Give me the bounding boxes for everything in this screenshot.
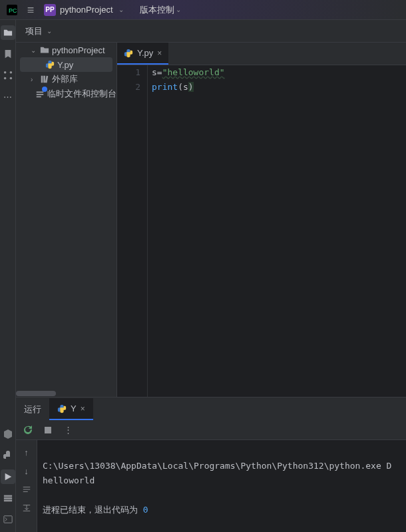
tree-root[interactable]: ⌄ pythonProject [16, 43, 116, 57]
terminal-tool-button[interactable] [1, 512, 15, 527]
gutter-line-num: 1 [117, 65, 140, 80]
svg-rect-14 [37, 94, 44, 95]
tree-file-selected[interactable]: Y.py [20, 57, 112, 72]
project-tree[interactable]: ⌄ pythonProject Y.py › 外部库 [16, 43, 117, 397]
python-packages-button[interactable] [1, 427, 15, 441]
editor-tab-strip: Y.py × [117, 43, 406, 65]
project-label: 项目 [25, 25, 43, 37]
python-file-icon [124, 49, 133, 58]
tree-external-libs[interactable]: › 外部库 [16, 72, 116, 87]
project-badge: PP [44, 4, 56, 16]
tree-root-label: pythonProject [52, 45, 105, 55]
scroll-to-end-button[interactable] [20, 501, 33, 515]
svg-rect-15 [37, 97, 41, 98]
console-exit-line: 进程已结束，退出代码为 0 [43, 505, 148, 515]
more-actions-button[interactable]: ⋮ [61, 423, 75, 437]
close-icon[interactable]: × [81, 404, 85, 413]
run-tool-button[interactable] [1, 469, 15, 484]
chevron-down-icon: ⌄ [176, 6, 181, 13]
scratches-icon [35, 89, 45, 99]
tree-external-libs-label: 外部库 [52, 73, 78, 85]
run-side-toolbar: ↑ ↓ [16, 440, 37, 532]
run-tab-strip: 运行 Y × [16, 398, 406, 420]
console-line: C:\Users\13038\AppData\Local\Programs\Py… [43, 461, 391, 471]
more-tool-button[interactable]: ⋯ [1, 89, 15, 104]
structure-tool-button[interactable] [1, 68, 15, 83]
python-file-icon [57, 404, 67, 413]
pycharm-logo-icon[interactable]: PC [3, 1, 21, 19]
project-toolwindow-title[interactable]: 项目 ⌄ [16, 25, 52, 37]
dots-icon: ⋯ [3, 92, 12, 102]
editor-pane: Y.py × 1 2 s="helloworld" print(s) [117, 43, 406, 397]
run-console[interactable]: C:\Users\13038\AppData\Local\Programs\Py… [37, 440, 406, 532]
run-config-label: Y [71, 403, 77, 413]
svg-point-3 [3, 77, 6, 80]
scroll-down-button[interactable]: ↓ [20, 464, 33, 477]
svg-rect-9 [3, 516, 11, 523]
vcs-menu[interactable]: 版本控制 ⌄ [140, 4, 181, 16]
titlebar: PC PP pythonProject ⌄ 版本控制 ⌄ [0, 0, 406, 20]
python-console-button[interactable] [1, 448, 15, 463]
svg-rect-7 [3, 497, 11, 499]
svg-point-2 [3, 71, 6, 74]
gutter-line-num: 2 [117, 80, 140, 95]
tree-scratches-label: 临时文件和控制台 [47, 88, 116, 100]
stop-button[interactable] [41, 423, 55, 437]
vertical-dots-icon: ⋮ [64, 425, 73, 435]
svg-rect-8 [3, 500, 11, 502]
bookmarks-tool-button[interactable] [1, 47, 15, 61]
chevron-down-icon: ⌄ [31, 47, 37, 54]
code-line[interactable]: s="helloworld" [152, 65, 406, 80]
tree-hscrollbar[interactable] [16, 390, 116, 397]
chevron-right-icon: › [31, 76, 37, 83]
code-line[interactable]: print(s) [152, 80, 406, 95]
close-icon[interactable]: × [157, 49, 162, 58]
svg-text:PC: PC [9, 7, 17, 14]
tree-file-label: Y.py [57, 60, 73, 70]
editor-tab[interactable]: Y.py × [117, 43, 168, 65]
chevron-down-icon: ⌄ [47, 27, 52, 35]
svg-point-4 [9, 71, 12, 74]
svg-rect-10 [41, 76, 43, 83]
svg-rect-6 [3, 495, 11, 497]
svg-rect-12 [45, 76, 48, 83]
chevron-down-icon: ⌄ [118, 6, 124, 13]
svg-rect-11 [43, 76, 45, 83]
svg-point-5 [9, 77, 12, 80]
run-toolbar: ⋮ [16, 420, 406, 440]
svg-rect-13 [37, 92, 44, 93]
main-menu-button[interactable] [21, 1, 40, 19]
gutter: 1 2 [117, 65, 148, 397]
project-selector[interactable]: PP pythonProject ⌄ [40, 2, 128, 18]
run-toolwindow: 运行 Y × ⋮ ↑ ↓ [16, 397, 406, 532]
services-tool-button[interactable] [1, 491, 15, 505]
console-line: helloworld [43, 475, 95, 485]
project-name-label: pythonProject [60, 5, 113, 15]
project-toolwindow-header: 项目 ⌄ [16, 20, 406, 43]
run-tab-label: 运行 [24, 403, 41, 415]
rerun-button[interactable] [21, 423, 35, 437]
code-editor[interactable]: 1 2 s="helloworld" print(s) [117, 65, 406, 397]
editor-tab-label: Y.py [137, 48, 153, 58]
library-icon [40, 75, 49, 84]
vcs-label: 版本控制 [140, 4, 174, 16]
left-tool-strip: ⋯ [0, 20, 16, 532]
tree-scratches[interactable]: 临时文件和控制台 [16, 87, 116, 101]
hamburger-icon [27, 4, 35, 16]
svg-rect-16 [45, 427, 51, 433]
run-config-tab[interactable]: Y × [49, 398, 93, 420]
scroll-up-button[interactable]: ↑ [20, 445, 33, 459]
run-tab-title[interactable]: 运行 [16, 398, 49, 420]
python-file-icon [45, 60, 55, 69]
folder-icon [40, 45, 49, 55]
project-tool-button[interactable] [1, 25, 15, 40]
soft-wrap-button[interactable] [20, 483, 33, 496]
